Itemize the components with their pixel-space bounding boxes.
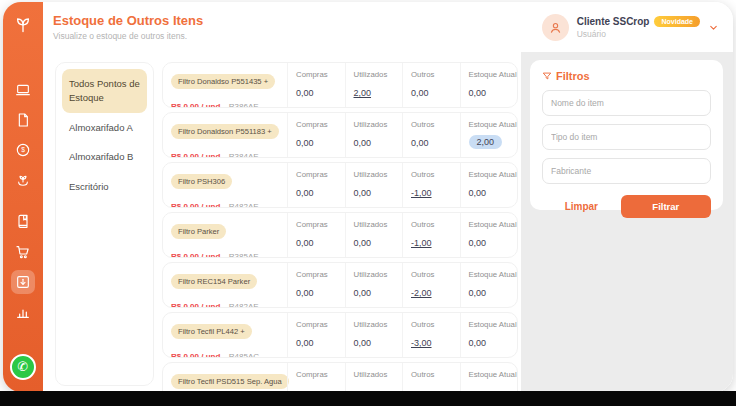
chevron-down-icon[interactable] [708,22,719,33]
estoque-atual-value: 0,00 [469,238,518,248]
estoque-atual-value: 0,00 [469,88,518,98]
utilizados-value: 0,00 [354,188,403,198]
compras-value: 0,00 [296,338,345,348]
stock-items-list: Filtro Donaldso P551435 + R$ 0,00 / und … [162,62,518,392]
item-code: R386AE [229,102,259,108]
outros-value-link[interactable]: -2,00 [411,288,460,298]
item-price: R$ 0,00 / und [171,352,220,358]
item-name-pill[interactable]: Filtro Donaldso P551435 + [171,74,275,89]
user-menu[interactable]: Cliente SSCrop Novidade Usuário [542,14,719,41]
estoque-atual-value: 0,00 [469,288,518,298]
stock-box-icon[interactable] [11,270,35,294]
app-window: $ [3,2,733,392]
column-header-outros: Outros [411,320,460,329]
column-header-estoque-atual: Estoque Atual [469,270,518,279]
table-row: Filtro Parker R$ 0,00 / und R385AE Compr… [162,212,518,258]
column-header-utilizados: Utilizados [354,170,403,179]
item-type-input[interactable] [542,124,711,150]
sidebar: $ [3,2,43,392]
page-subtitle: Visualize o estoque de outros itens. [53,31,203,41]
estoque-atual-highlight: 2,00 [469,135,503,149]
outros-value-link[interactable]: -1,00 [411,238,460,248]
utilizados-value: 0,00 [354,338,403,348]
item-name-pill[interactable]: Filtro Donaldson P551183 + [171,124,279,139]
utilizados-value: 0,00 [354,288,403,298]
column-header-outros: Outros [411,70,460,79]
utilizados-value-link[interactable]: 2,00 [354,88,403,98]
item-name-pill[interactable]: Filtro Tecfil PL442 + [171,324,252,339]
monitor-icon[interactable] [11,78,35,102]
bar-chart-icon[interactable] [11,300,35,324]
column-header-compras: Compras [296,170,345,179]
column-header-estoque-atual: Estoque Atual [469,170,518,179]
page-title: Estoque de Outros Itens [53,13,203,28]
item-code: R482AE [229,302,259,308]
column-header-compras: Compras [296,220,345,229]
outros-value: 0,00 [411,88,460,98]
utilizados-value: 0,00 [354,138,403,148]
outros-value: 0,00 [411,138,460,148]
stock-locations-panel: Todos Pontos de Estoque Almoxarifado A A… [55,62,154,386]
outros-value-link[interactable]: -3,00 [411,338,460,348]
filters-panel: Filtros Limpar Filtrar [530,60,723,210]
column-header-outros: Outros [411,120,460,129]
user-name: Cliente SSCrop [577,16,650,27]
item-price: R$ 0,00 / und [171,302,220,308]
compras-value: 0,00 [296,88,345,98]
svg-text:$: $ [21,146,25,153]
column-header-estoque-atual: Estoque Atual [469,370,518,379]
location-item-almoxarifado-a[interactable]: Almoxarifado A [62,113,147,143]
item-name-pill[interactable]: Filtro REC154 Parker [171,274,257,289]
column-header-utilizados: Utilizados [354,270,403,279]
location-item-escritorio[interactable]: Escritório [62,172,147,202]
whatsapp-icon[interactable]: ✆ [10,354,36,380]
item-name-pill[interactable]: Filtro Tecfil PSD515 Sep. Agua [171,374,289,389]
compras-value: 0,00 [296,188,345,198]
estoque-atual-value: 0,00 [469,188,518,198]
compras-value: 0,00 [296,138,345,148]
item-name-pill[interactable]: Filtro Parker [171,224,226,239]
avatar [542,14,569,41]
item-code: R482AE [229,202,259,208]
user-role: Usuário [577,29,700,39]
item-code: R485AC [229,352,259,358]
plant-icon[interactable] [11,168,35,192]
compras-value: 0,00 [296,288,345,298]
outros-value-link[interactable]: -1,00 [411,188,460,198]
location-item-todos[interactable]: Todos Pontos de Estoque [62,69,147,113]
column-header-outros: Outros [411,370,460,379]
compras-value: 0,00 [296,238,345,248]
item-name-pill[interactable]: Filtro PSH306 [171,174,232,189]
item-price: R$ 0,00 / und [171,202,220,208]
book-icon[interactable] [11,210,35,234]
item-price: R$ 0,00 / und [171,102,220,108]
column-header-utilizados: Utilizados [354,370,403,379]
column-header-outros: Outros [411,170,460,179]
estoque-atual-value: 0,00 [469,338,518,348]
column-header-estoque-atual: Estoque Atual [469,70,518,79]
table-row: Filtro Donaldso P551435 + R$ 0,00 / und … [162,62,518,108]
table-row: Filtro Tecfil PL442 + R$ 0,00 / und R485… [162,312,518,358]
screen-bottom-edge [0,391,736,406]
location-item-almoxarifado-b[interactable]: Almoxarifado B [62,142,147,172]
manufacturer-input[interactable] [542,158,711,184]
funnel-icon [542,71,552,81]
apply-filters-button[interactable]: Filtrar [621,195,711,218]
item-code: R385AE [229,252,259,258]
item-price: R$ 0,00 / und [171,252,220,258]
item-code: R384AE [229,152,259,158]
column-header-utilizados: Utilizados [354,120,403,129]
document-icon[interactable] [11,108,35,132]
cart-icon[interactable] [11,240,35,264]
coin-icon[interactable]: $ [11,138,35,162]
column-header-compras: Compras [296,370,345,379]
column-header-utilizados: Utilizados [354,320,403,329]
filters-region: Filtros Limpar Filtrar [521,52,733,392]
table-row: Filtro Donaldson P551183 + R$ 0,00 / und… [162,112,518,158]
item-price: R$ 0,00 / und [171,152,220,158]
column-header-estoque-atual: Estoque Atual [469,320,518,329]
column-header-compras: Compras [296,120,345,129]
column-header-utilizados: Utilizados [354,70,403,79]
clear-filters-button[interactable]: Limpar [542,201,621,212]
item-name-input[interactable] [542,90,711,116]
